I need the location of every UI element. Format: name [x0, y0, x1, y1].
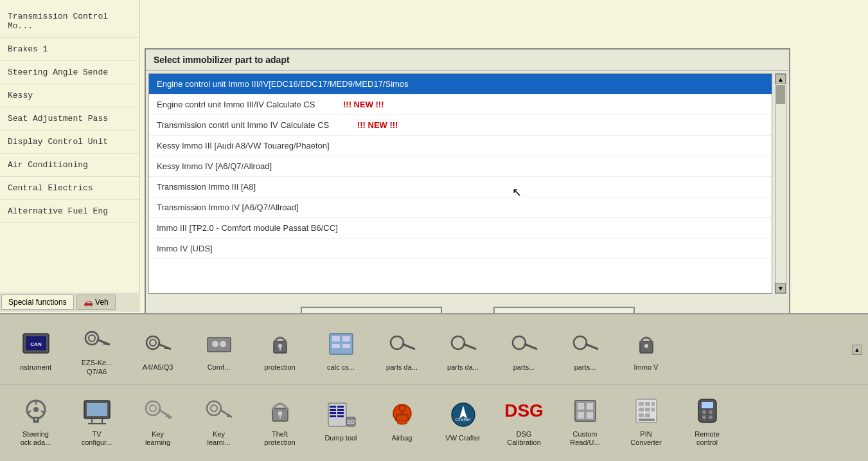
svg-point-4 — [89, 335, 95, 341]
sidebar-item-altfuel[interactable]: Alternative Fuel Eng — [0, 200, 139, 223]
a4a5-graphic — [141, 327, 175, 361]
protection2-label: protection — [264, 363, 295, 372]
tabs-bar: Special functions 🚗 Veh — [0, 293, 140, 312]
a4a5-label: A4/A5/Q3 — [143, 363, 173, 372]
list-item-5[interactable]: Transmission Immo III [A8] — [149, 177, 772, 197]
parts3-label: parts... — [513, 363, 535, 372]
dsg-calibration-label: DSGCalibration — [507, 430, 541, 447]
scroll-up-icon[interactable]: ▲ — [852, 345, 862, 355]
tab-special-functions[interactable]: Special functions — [1, 294, 74, 310]
list-item-0[interactable]: Engine control unit Immo III/IV[EDC16/ED… — [149, 74, 772, 95]
svg-point-69 — [399, 405, 405, 411]
toolbar-scroll-up[interactable]: ▲ — [851, 345, 863, 355]
svg-point-97 — [709, 415, 713, 419]
svg-point-32 — [644, 344, 648, 348]
parts-da2-label: parts da... — [447, 363, 479, 372]
svg-rect-22 — [342, 344, 350, 348]
svg-point-14 — [220, 341, 226, 347]
icon-tv-config[interactable]: TVconfigur... — [66, 388, 127, 453]
dialog-scrollbar[interactable]: ▲ ▼ — [775, 73, 786, 294]
icon-theft-protection[interactable]: Theftprotection — [249, 388, 310, 453]
icon-dsg-calibration[interactable]: DSG DSGCalibration — [493, 388, 554, 453]
icon-airbag[interactable]: Airbag — [371, 388, 432, 453]
svg-point-3 — [85, 332, 98, 345]
icon-key-learni2[interactable]: Keylearni... — [188, 388, 249, 453]
custom-read-label: CustomRead/U... — [570, 430, 599, 447]
sidebar-item-brakes[interactable]: Brakes 1 — [0, 38, 139, 61]
svg-rect-83 — [639, 402, 644, 406]
svg-point-51 — [211, 405, 217, 411]
icon-steering-lock[interactable]: Steeringock ada... — [5, 388, 66, 453]
list-item-7[interactable]: Immo III [TP2.0 - Comfort module Passat … — [149, 218, 772, 239]
svg-rect-19 — [332, 336, 340, 341]
svg-line-28 — [524, 344, 537, 349]
calc-cs-label: calc cs... — [327, 363, 355, 372]
parts4-graphic — [569, 327, 602, 361]
icon-ezs-key[interactable]: EZS-Ke...Q7/A6 — [66, 318, 127, 382]
scrollbar-up[interactable]: ▲ — [775, 74, 786, 84]
tv-config-graphic — [80, 394, 114, 428]
icon-parts-da1[interactable]: parts da... — [371, 318, 432, 382]
svg-rect-7 — [107, 343, 109, 345]
sidebar-item-aircon[interactable]: Air Conditioning — [0, 154, 139, 177]
svg-rect-81 — [587, 412, 593, 419]
parts-da1-label: parts da... — [386, 363, 418, 372]
icon-immo-v[interactable]: Immo V — [616, 318, 677, 382]
list-item-1[interactable]: Engine contrl unit Immo III/IV Calculate… — [149, 95, 772, 115]
svg-rect-53 — [227, 414, 230, 417]
list-item-3[interactable]: Kessy Immo III [Audi A8/VW Touareg/Phaet… — [149, 136, 772, 156]
icon-key-learning[interactable]: Keylearning — [127, 388, 188, 453]
tab-vehicle[interactable]: 🚗 Veh — [76, 294, 116, 310]
list-item-4[interactable]: Kessy Immo IV [A6/Q7/Allroad] — [149, 156, 772, 177]
svg-rect-65 — [337, 415, 344, 417]
svg-rect-58 — [330, 406, 336, 408]
sidebar-item-central[interactable]: Central Electrics — [0, 177, 139, 200]
tv-config-label: TVconfigur... — [82, 430, 112, 447]
list-item-8[interactable]: Immo IV [UDS] — [149, 239, 772, 259]
svg-rect-80 — [578, 412, 584, 419]
sidebar-item-steering[interactable]: Steering Angle Sende — [0, 61, 139, 84]
svg-point-13 — [212, 341, 218, 347]
svg-rect-90 — [651, 408, 655, 411]
svg-point-94 — [702, 410, 706, 414]
steering-lock-graphic — [19, 394, 53, 428]
icon-protection2[interactable]: protection — [249, 318, 310, 382]
svg-point-96 — [702, 415, 706, 419]
icon-vw-crafter[interactable]: Crafter VW Crafter — [432, 388, 493, 453]
icon-pin-converter[interactable]: PINConverter — [616, 388, 677, 453]
icon-custom-read[interactable]: CustomRead/U... — [554, 388, 616, 453]
remote-control-label: Remotecontrol — [695, 430, 720, 447]
icon-comf[interactable]: Comf... — [188, 318, 249, 382]
list-item-2[interactable]: Transmission contrl unit Immo IV Calcula… — [149, 115, 772, 136]
svg-text:Crafter: Crafter — [455, 417, 471, 422]
svg-point-46 — [150, 405, 156, 411]
svg-point-39 — [35, 418, 37, 420]
sidebar-item-kessy[interactable]: Kessy — [0, 84, 139, 107]
icon-parts4[interactable]: parts... — [554, 318, 616, 382]
new-badge-1: !!! NEW !!! — [343, 100, 384, 109]
sidebar-item-display[interactable]: Display Control Unit — [0, 131, 139, 154]
ezs-key-label: EZS-Ke...Q7/A6 — [82, 359, 112, 375]
icon-remote-control[interactable]: Remotecontrol — [677, 388, 738, 453]
icon-instrument[interactable]: CAN nstrument — [5, 318, 66, 382]
icon-dump-tool[interactable]: SD Dump tool — [310, 388, 371, 453]
scrollbar-down[interactable]: ▼ — [775, 283, 786, 293]
dialog-list[interactable]: Engine control unit Immo III/IV[EDC16/ED… — [148, 73, 772, 294]
sidebar-item-seat[interactable]: Seat Adjustment Pass — [0, 107, 139, 131]
svg-line-52 — [220, 410, 232, 417]
icon-calc-cs[interactable]: calc cs... — [310, 318, 371, 382]
svg-rect-63 — [337, 409, 344, 411]
sidebar-item-transmission[interactable]: Transmission Control Mo... — [0, 5, 139, 38]
scrollbar-thumb[interactable] — [776, 85, 785, 104]
svg-rect-59 — [330, 409, 336, 411]
icon-parts3[interactable]: parts... — [493, 318, 554, 382]
icon-a4a5[interactable]: A4/A5/Q3 — [127, 318, 188, 382]
svg-rect-87 — [639, 413, 644, 417]
icon-parts-da2[interactable]: parts da... — [432, 318, 493, 382]
svg-rect-11 — [164, 347, 168, 349]
list-item-6[interactable]: Transmission Immo IV [A6/Q7/Allroad] — [149, 197, 772, 218]
svg-rect-61 — [330, 415, 336, 417]
toolbar-row-1: CAN nstrument EZS-Ke...Q7/A6 — [0, 314, 868, 385]
dump-tool-label: Dump tool — [324, 434, 357, 442]
svg-point-8 — [146, 336, 159, 349]
